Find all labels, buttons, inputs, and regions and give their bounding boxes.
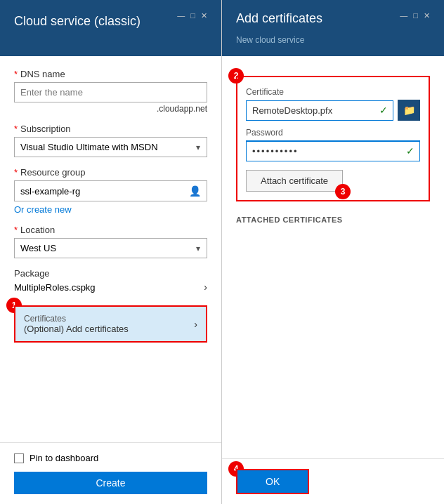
right-header-top: Add certificates — □ ✕ (236, 11, 430, 26)
cert-chevron-icon: › (194, 319, 197, 330)
right-footer: 4 OK (222, 458, 444, 504)
left-header: Cloud service (classic) — □ ✕ (0, 0, 221, 56)
left-footer: Pin to dashboard Create (0, 442, 221, 504)
required-star-4: * (14, 225, 18, 235)
package-value: MultipleRoles.cspkg (14, 282, 96, 293)
cert-dropdown-row: RemoteDesktop.pfx 📁 (246, 100, 420, 121)
resource-group-label: * Resource group (14, 167, 207, 178)
create-button[interactable]: Create (14, 472, 207, 494)
location-label: * Location (14, 225, 207, 235)
right-window-controls: — □ ✕ (400, 11, 430, 20)
minimize-icon[interactable]: — (177, 11, 185, 20)
package-row[interactable]: MultipleRoles.cspkg › (14, 281, 207, 293)
right-panel-title: Add certificates (236, 11, 322, 26)
attach-certificate-button[interactable]: Attach certificate (246, 170, 343, 192)
cert-select-wrapper: RemoteDesktop.pfx (246, 100, 393, 121)
cert-field-section: Certificate RemoteDesktop.pfx 📁 (236, 76, 430, 201)
subscription-field-group: * Subscription Visual Studio Ultimate wi… (14, 124, 207, 157)
dns-input[interactable] (14, 82, 207, 102)
right-maximize-icon[interactable]: □ (413, 11, 418, 20)
required-star: * (14, 69, 18, 79)
ok-button-border: OK (236, 469, 309, 494)
password-label: Password (246, 128, 420, 138)
right-close-icon[interactable]: ✕ (424, 11, 430, 20)
pin-row: Pin to dashboard (14, 453, 207, 463)
right-minimize-icon[interactable]: — (400, 11, 407, 20)
certificates-title: Certificates (24, 314, 129, 324)
certificates-wrapper: 1 Certificates (Optional) Add certificat… (14, 305, 207, 343)
dns-field-group: * DNS name .cloudapp.net (14, 69, 207, 114)
folder-button[interactable]: 📁 (398, 100, 420, 121)
left-panel: Cloud service (classic) — □ ✕ * DNS name… (0, 0, 222, 504)
right-body: 2 Certificate RemoteDesktop.pfx 📁 (222, 56, 444, 458)
certificate-select[interactable]: RemoteDesktop.pfx (246, 100, 393, 121)
dns-suffix: .cloudapp.net (14, 104, 207, 114)
left-panel-title: Cloud service (classic) (14, 14, 141, 29)
subscription-select-wrapper: Visual Studio Ultimate with MSDN (14, 137, 207, 157)
password-field-group: Password (246, 128, 420, 161)
package-label: Package (14, 268, 207, 279)
step-badge-3: 3 (335, 184, 351, 199)
left-body: * DNS name .cloudapp.net * Subscription … (0, 56, 221, 442)
required-star-3: * (14, 167, 18, 178)
ok-button[interactable]: OK (237, 470, 308, 493)
location-field-group: * Location West US (14, 225, 207, 258)
required-star-2: * (14, 124, 18, 134)
pin-checkbox[interactable] (14, 453, 24, 463)
maximize-icon[interactable]: □ (190, 11, 195, 20)
certificate-label: Certificate (246, 87, 420, 97)
certificates-section[interactable]: Certificates (Optional) Add certificates… (14, 305, 207, 343)
cert-text-block: Certificates (Optional) Add certificates (24, 314, 129, 334)
person-icon[interactable]: 👤 (189, 185, 201, 197)
right-panel: Add certificates — □ ✕ New cloud service… (222, 0, 444, 504)
certificates-desc: (Optional) Add certificates (24, 324, 129, 334)
attach-btn-container: 3 Attach certificate (246, 170, 343, 192)
password-field-wrapper (246, 140, 420, 161)
cert-section-wrapper: 2 Certificate RemoteDesktop.pfx 📁 (236, 76, 430, 201)
location-select[interactable]: West US (14, 238, 207, 258)
password-input[interactable] (246, 140, 420, 161)
chevron-right-icon: › (204, 281, 207, 293)
resource-group-field-group: * Resource group ssl-example-rg 👤 Or cre… (14, 167, 207, 215)
subscription-label: * Subscription (14, 124, 207, 134)
left-window-controls: — □ ✕ (177, 11, 207, 20)
resource-group-row: ssl-example-rg 👤 (14, 180, 207, 201)
package-field-group: Package MultipleRoles.cspkg › (14, 268, 207, 293)
folder-icon: 📁 (403, 105, 415, 116)
right-header: Add certificates — □ ✕ New cloud service (222, 0, 444, 56)
right-panel-subtitle: New cloud service (236, 35, 430, 45)
close-icon[interactable]: ✕ (201, 11, 207, 20)
or-create-link[interactable]: Or create new (14, 204, 207, 215)
resource-group-value: ssl-example-rg (20, 186, 80, 197)
certificate-field-group: Certificate RemoteDesktop.pfx 📁 (246, 87, 420, 121)
pin-label: Pin to dashboard (30, 453, 98, 463)
attached-certificates-header: ATTACHED CERTIFICATES (236, 215, 430, 224)
dns-label: * DNS name (14, 69, 207, 79)
ok-btn-wrapper: 4 OK (236, 469, 309, 494)
subscription-select[interactable]: Visual Studio Ultimate with MSDN (14, 137, 207, 157)
location-select-wrapper: West US (14, 238, 207, 258)
